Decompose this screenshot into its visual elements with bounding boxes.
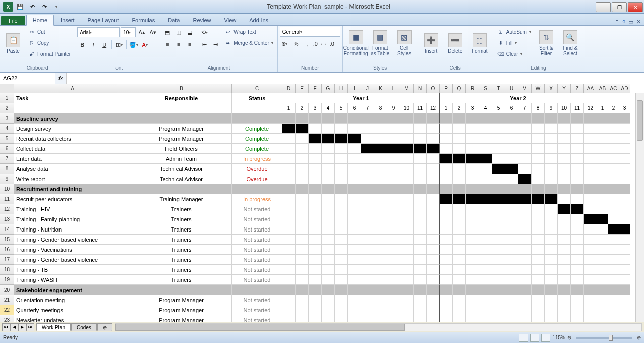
cell[interactable] [335, 174, 348, 184]
cell[interactable] [492, 134, 505, 144]
cell[interactable] [309, 174, 322, 184]
cell[interactable] [584, 285, 597, 295]
tab-review[interactable]: Review [186, 15, 217, 25]
column-header-I[interactable]: I [348, 84, 361, 93]
cell[interactable] [597, 245, 608, 255]
cell[interactable] [597, 113, 608, 124]
cell[interactable] [492, 194, 505, 204]
cell[interactable]: Training - HIV [14, 204, 131, 214]
cell[interactable] [619, 285, 630, 295]
cell[interactable] [400, 295, 414, 305]
clear-button[interactable]: ⌫Clear [495, 49, 533, 59]
cell[interactable] [282, 255, 296, 265]
cell[interactable] [532, 174, 545, 184]
cell[interactable] [387, 113, 400, 124]
cell[interactable] [545, 265, 558, 275]
cell[interactable] [558, 184, 571, 194]
cell[interactable] [584, 255, 597, 265]
cell[interactable] [427, 214, 440, 224]
wrap-text-button[interactable]: ↩Wrap Text [222, 27, 275, 37]
comma-button[interactable]: , [302, 39, 312, 49]
cell[interactable] [466, 184, 479, 194]
cell[interactable] [414, 214, 427, 224]
cell[interactable] [545, 204, 558, 214]
cell[interactable] [427, 285, 440, 295]
cell[interactable] [282, 295, 296, 305]
cell[interactable] [348, 305, 361, 315]
cell[interactable] [296, 255, 309, 265]
cell[interactable] [584, 184, 597, 194]
cell[interactable] [387, 285, 400, 295]
cell[interactable] [361, 265, 374, 275]
cell[interactable] [584, 295, 597, 305]
align-top-button[interactable]: ⬒ [162, 27, 172, 37]
cell[interactable]: Training - WASH [14, 275, 131, 285]
cell[interactable] [296, 134, 309, 144]
cell[interactable] [282, 154, 296, 164]
cell[interactable]: Not started [232, 235, 282, 245]
cell[interactable] [361, 305, 374, 315]
cell[interactable] [282, 204, 296, 214]
cell[interactable] [505, 174, 518, 184]
cell[interactable] [309, 124, 322, 134]
cell[interactable] [14, 103, 131, 113]
cell[interactable] [584, 113, 597, 124]
sheet-tab-new[interactable]: ⊕ [97, 323, 112, 331]
sheet-nav-last[interactable]: ⏭ [26, 323, 34, 331]
cell[interactable] [492, 305, 505, 315]
cell[interactable] [322, 154, 335, 164]
sheet-nav-prev[interactable]: ◀ [10, 323, 18, 331]
cell[interactable] [427, 275, 440, 285]
sheet-tab-codes[interactable]: Codes [71, 323, 97, 331]
cell[interactable] [131, 285, 232, 295]
cell[interactable] [309, 214, 322, 224]
cell[interactable] [492, 174, 505, 184]
cell[interactable] [492, 144, 505, 154]
cell[interactable] [361, 154, 374, 164]
cell[interactable] [453, 214, 466, 224]
cell[interactable] [335, 295, 348, 305]
cell[interactable] [479, 295, 492, 305]
cell[interactable] [387, 275, 400, 285]
cell[interactable] [597, 174, 608, 184]
sheet-tab-workplan[interactable]: Work Plan [36, 323, 71, 331]
cell[interactable] [571, 124, 584, 134]
cell[interactable] [400, 224, 414, 235]
cell[interactable] [466, 174, 479, 184]
cell[interactable] [309, 224, 322, 235]
cell[interactable] [619, 144, 630, 154]
cell[interactable]: 6 [348, 103, 361, 113]
cell[interactable] [619, 164, 630, 174]
cell[interactable] [296, 113, 309, 124]
cell[interactable] [608, 295, 619, 305]
cell[interactable] [282, 174, 296, 184]
cell[interactable] [335, 275, 348, 285]
cell[interactable]: 7 [361, 103, 374, 113]
cell[interactable] [597, 134, 608, 144]
row-header-2[interactable]: 2 [0, 103, 14, 113]
cell[interactable] [479, 255, 492, 265]
cell[interactable] [479, 184, 492, 194]
cell[interactable] [558, 315, 571, 322]
cell[interactable] [348, 224, 361, 235]
cell[interactable] [608, 265, 619, 275]
cut-button[interactable]: ✂Cut [26, 27, 73, 37]
cell[interactable] [414, 144, 427, 154]
cell[interactable] [335, 245, 348, 255]
cell[interactable] [545, 275, 558, 285]
cell[interactable] [479, 204, 492, 214]
cell[interactable] [387, 295, 400, 305]
cell[interactable] [361, 214, 374, 224]
cell[interactable] [296, 174, 309, 184]
cell[interactable] [361, 285, 374, 295]
cell[interactable] [400, 275, 414, 285]
maximize-button[interactable]: ❐ [612, 2, 627, 12]
cell[interactable] [584, 214, 597, 224]
font-color-button[interactable]: A [140, 40, 150, 50]
spreadsheet-grid[interactable]: ABCDEFGHIJKLMNOPQRSTUVWXYZAAABACAD 12345… [0, 84, 644, 322]
cell[interactable] [335, 164, 348, 174]
cell[interactable] [532, 305, 545, 315]
cell[interactable]: 4 [479, 103, 492, 113]
cell[interactable] [532, 275, 545, 285]
cell[interactable] [518, 184, 532, 194]
